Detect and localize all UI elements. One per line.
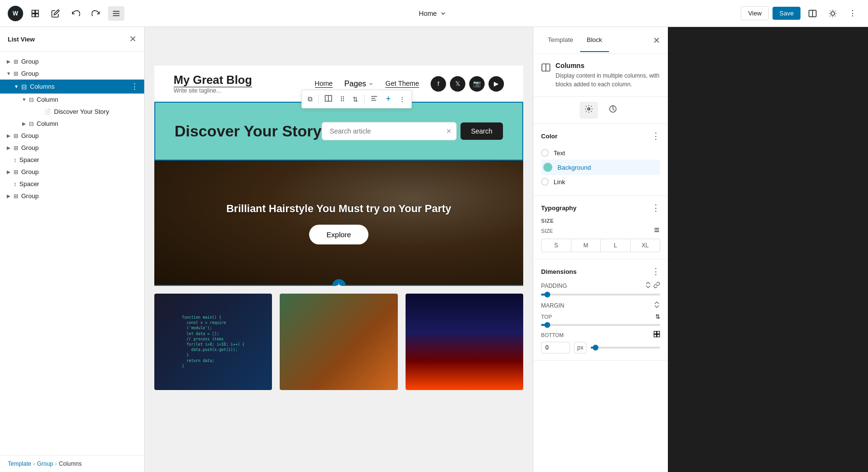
columns-layout-button[interactable] — [322, 93, 335, 106]
bottom-value-input[interactable] — [541, 342, 570, 353]
more-options-button[interactable]: ⋮ — [845, 6, 860, 21]
nav-home[interactable]: Home — [315, 80, 333, 88]
spacer-icon: ↕ — [14, 157, 16, 163]
tree-item-columns[interactable]: ▼ ⊟ Columns ⋮ — [0, 80, 144, 94]
explore-button[interactable]: Explore — [309, 225, 368, 244]
layout-toggle-button[interactable] — [804, 6, 821, 21]
save-button[interactable]: Save — [773, 7, 800, 20]
expand-icon[interactable]: ▶ — [4, 169, 14, 175]
typography-more-button[interactable]: ⋮ — [651, 202, 660, 213]
nav-pages[interactable]: Pages — [344, 80, 374, 88]
image-grid: function main() { const x = require ('mo… — [154, 294, 523, 390]
site-title[interactable]: My Great Blog — [174, 73, 252, 87]
settings-tab-button[interactable] — [580, 102, 598, 119]
svg-rect-0 — [32, 10, 35, 13]
top-adjust-button[interactable]: ⇅ — [655, 313, 660, 320]
align-button[interactable] — [367, 93, 381, 106]
block-icon: ⊞ — [14, 193, 18, 200]
search-button[interactable]: Search — [461, 122, 503, 140]
tree-item-spacer2[interactable]: ▶ ↕ Spacer — [0, 178, 144, 190]
tree-item-column2[interactable]: ▶ ⊟ Column — [0, 118, 144, 130]
color-more-button[interactable]: ⋮ — [651, 131, 660, 141]
text-radio[interactable] — [541, 149, 549, 157]
tree-item-group5[interactable]: ▶ ⊞ Group — [0, 166, 144, 178]
tree-item-discover[interactable]: ▶ 📄 Discover Your Story — [0, 106, 144, 118]
panel-tabs: Template Block — [541, 28, 609, 52]
instagram-icon[interactable]: 📷 — [469, 76, 485, 92]
nav-theme[interactable]: Get Theme — [385, 80, 419, 88]
style-tab-button[interactable] — [604, 102, 622, 119]
expand-icon[interactable]: ▶ — [19, 121, 29, 126]
size-m-button[interactable]: M — [571, 239, 601, 252]
tree-item-group3[interactable]: ▶ ⊞ Group — [0, 130, 144, 142]
size-l-button[interactable]: L — [601, 239, 631, 252]
background-color-dot — [543, 162, 553, 172]
edit-button[interactable] — [47, 6, 64, 21]
block-options-button[interactable]: ⋮ — [396, 94, 408, 105]
twitter-icon[interactable]: 𝕏 — [450, 76, 465, 92]
block-icon: ⊞ — [14, 169, 18, 175]
item-label: Columns — [30, 83, 54, 90]
expand-icon[interactable]: ▼ — [19, 97, 29, 102]
expand-icon[interactable]: ▼ — [4, 71, 14, 76]
color-text-row[interactable]: Text — [541, 146, 660, 160]
youtube-icon[interactable]: ▶ — [488, 76, 504, 92]
tree-item-column1[interactable]: ▼ ⊟ Column — [0, 94, 144, 106]
expand-icon[interactable]: ▶ — [4, 193, 14, 199]
add-block-inline-button[interactable]: + — [383, 92, 394, 106]
top-slider[interactable] — [541, 324, 660, 326]
list-view-button[interactable] — [108, 6, 124, 21]
margin-label: MARGIN — [541, 302, 564, 309]
size-adjust-button[interactable] — [653, 227, 660, 235]
bottom-stack-button[interactable] — [653, 331, 660, 339]
undo-button[interactable] — [68, 6, 84, 21]
tab-template[interactable]: Template — [541, 28, 580, 52]
margin-adjust-button[interactable] — [653, 301, 660, 310]
tab-block[interactable]: Block — [580, 28, 609, 52]
item-label: Group — [21, 58, 39, 65]
color-background-row[interactable]: Background — [541, 160, 660, 175]
padding-slider[interactable] — [541, 294, 660, 296]
arrows-button[interactable]: ⇅ — [350, 94, 361, 105]
item-label: Group — [21, 144, 39, 151]
tree-item-group1[interactable]: ▶ ⊞ Group — [0, 55, 144, 67]
padding-link-button[interactable] — [653, 282, 660, 290]
padding-adjust-button[interactable] — [645, 282, 651, 290]
expand-icon[interactable]: ▶ — [4, 133, 14, 138]
tree-item-spacer1[interactable]: ▶ ↕ Spacer — [0, 154, 144, 166]
expand-icon[interactable]: ▼ — [12, 84, 21, 89]
block-icon: ⊟ — [29, 121, 34, 127]
right-panel-close-button[interactable]: ✕ — [653, 35, 660, 46]
search-clear-button[interactable]: ✕ — [446, 127, 452, 135]
color-link-row[interactable]: Link — [541, 175, 660, 189]
breadcrumb-group[interactable]: Group — [37, 460, 53, 467]
add-block-button[interactable] — [27, 6, 43, 21]
link-radio[interactable] — [541, 178, 549, 186]
home-dropdown[interactable]: Home — [414, 7, 451, 20]
redo-button[interactable] — [88, 6, 104, 21]
facebook-icon[interactable]: f — [431, 76, 446, 92]
item-more-button[interactable]: ⋮ — [129, 82, 140, 91]
wp-logo-icon[interactable]: W — [8, 6, 23, 21]
size-xl-button[interactable]: XL — [631, 239, 660, 252]
duplicate-button[interactable]: ⧉ — [305, 93, 315, 105]
breadcrumb-template[interactable]: Template — [8, 460, 31, 467]
tree-item-group4[interactable]: ▶ ⊞ Group — [0, 142, 144, 154]
expand-icon[interactable]: ▶ — [4, 59, 14, 64]
expand-icon[interactable]: ▶ — [4, 145, 14, 150]
site-logo-area: My Great Blog Write site tagline... — [174, 73, 252, 94]
bottom-slider[interactable] — [591, 347, 660, 349]
dimensions-more-button[interactable]: ⋮ — [651, 266, 660, 277]
list-view-close-button[interactable]: ✕ — [129, 34, 136, 44]
right-panel-header: Template Block ✕ — [533, 27, 668, 54]
search-input[interactable] — [322, 122, 457, 140]
view-button[interactable]: View — [741, 6, 769, 20]
theme-toggle-button[interactable] — [825, 6, 841, 21]
item-label: Column — [37, 96, 58, 103]
tree-item-group6[interactable]: ▶ ⊞ Group — [0, 190, 144, 202]
tree-item-group2[interactable]: ▼ ⊞ Group — [0, 67, 144, 80]
color-section: Color ⋮ Text Background — [533, 124, 668, 196]
color-section-title: Color — [541, 133, 557, 140]
move-button[interactable]: ⠿ — [337, 94, 348, 105]
size-s-button[interactable]: S — [542, 239, 571, 252]
